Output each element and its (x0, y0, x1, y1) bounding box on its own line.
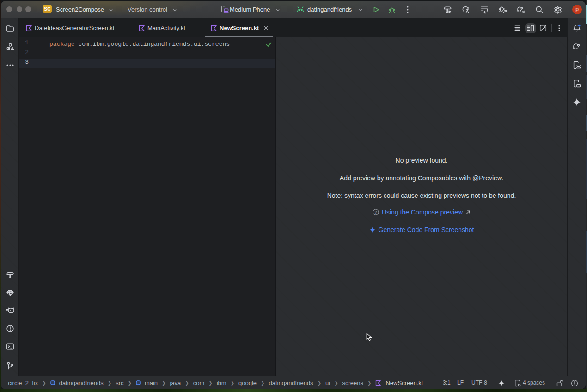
svg-text:?: ? (375, 210, 377, 214)
